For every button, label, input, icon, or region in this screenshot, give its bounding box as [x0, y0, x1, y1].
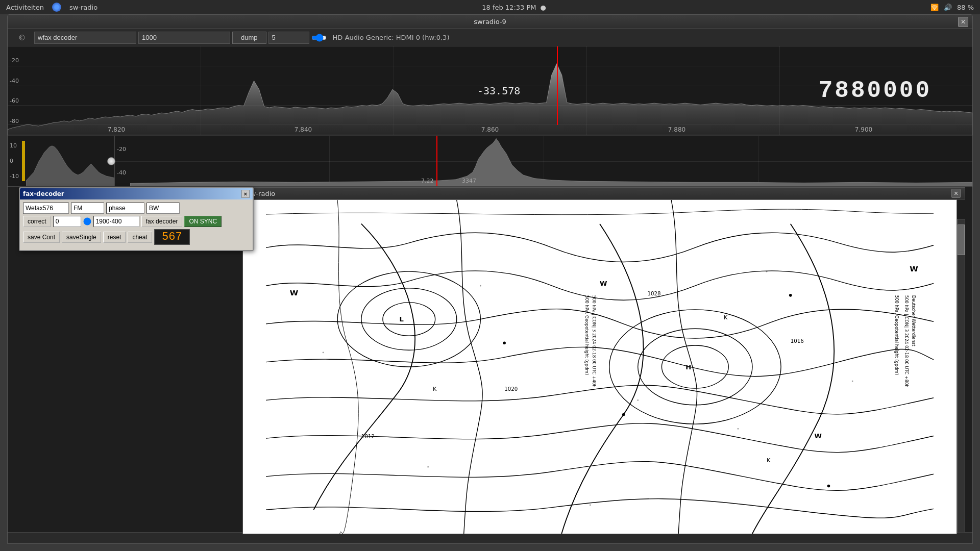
save-single-button[interactable]: saveSingle — [62, 232, 101, 243]
svg-text:W: W — [600, 280, 607, 287]
freq-label-5: 7.900 — [855, 126, 872, 133]
svg-point-29 — [480, 285, 481, 287]
fax-close-icon: ✕ — [243, 191, 248, 197]
fax-counter: 567 — [154, 229, 190, 245]
top-bar-right: 🛜 🔊 88 % — [930, 4, 974, 11]
slider-control[interactable] — [311, 34, 327, 42]
on-sync-button[interactable]: ON SYNC — [184, 216, 222, 227]
cheat-button[interactable]: cheat — [128, 232, 152, 243]
svg-text:500 hPa |ICON| 3 2024 02-18 00: 500 hPa |ICON| 3 2024 02-18 00 UTC +80h — [904, 295, 909, 388]
window-close-button[interactable]: ✕ — [958, 17, 968, 27]
fax-close-button[interactable]: ✕ — [241, 190, 250, 198]
sw-close-button[interactable]: ✕ — [951, 189, 961, 198]
svg-text:K: K — [767, 457, 771, 464]
freq-range-input[interactable] — [93, 216, 139, 227]
spectrum-lower: 10 0 -10 -20 -40 7.22 3347 — [8, 136, 972, 187]
reset-button[interactable]: reset — [103, 232, 126, 243]
lower-freq-right: 3347 — [462, 178, 476, 184]
freq-label-2: 7.840 — [295, 126, 312, 133]
value-input[interactable] — [53, 216, 81, 227]
top-bar: Activiteiten sw-radio 18 feb 12:33 PM ● … — [0, 0, 980, 14]
fax-decoder-title: fax-decoder — [23, 190, 64, 197]
lower-freq-left: 7.22 — [421, 178, 434, 184]
freq-labels: 7.820 7.840 7.860 7.880 7.900 — [8, 126, 972, 133]
svg-point-30 — [637, 399, 639, 401]
fax-decoder-body: correct fax decoder ON SYNC save Cont sa… — [20, 199, 253, 250]
svg-text:500 hPa, Geopotential height (: 500 hPa, Geopotential height (gpdm) — [584, 295, 590, 375]
svg-point-32 — [427, 466, 429, 468]
svg-text:L: L — [400, 315, 404, 323]
svg-point-33 — [590, 505, 591, 506]
value1-input[interactable] — [138, 32, 230, 44]
window-title-bar: swradio-9 ✕ — [8, 15, 972, 29]
db-lower-r-40: -40 — [117, 169, 128, 176]
scrollbar-thumb[interactable] — [958, 224, 965, 255]
svg-point-4 — [638, 329, 752, 405]
device-label: HD-Audio Generic: HDMI 0 (hw:0,3) — [329, 34, 968, 41]
db-lower-r-20: -20 — [117, 146, 128, 153]
db-lower-neg10: -10 — [10, 173, 21, 180]
red-line-lower — [436, 136, 437, 186]
svg-point-20 — [622, 413, 625, 416]
bw-input[interactable] — [146, 203, 180, 214]
fax-row-1 — [23, 203, 250, 214]
phase-input[interactable] — [106, 203, 144, 214]
value2-input[interactable] — [268, 32, 309, 44]
svg-point-2 — [383, 303, 435, 336]
fax-decoder-label-button[interactable]: fax decoder — [141, 216, 183, 227]
app-name-label[interactable]: sw-radio — [69, 4, 97, 11]
decoder-input[interactable] — [34, 32, 136, 44]
svg-point-31 — [766, 271, 768, 272]
lower-left-waveform — [26, 136, 114, 186]
wefax-input[interactable] — [23, 203, 69, 214]
dump-button[interactable]: dump — [232, 32, 266, 44]
toolbar: © dump HD-Audio Generic: HDMI 0 (hw:0,3) — [8, 29, 972, 46]
correct-button[interactable]: correct — [23, 216, 51, 227]
red-line-main — [557, 46, 558, 125]
fax-slider[interactable] — [83, 216, 91, 227]
close-icon: ✕ — [961, 18, 966, 26]
freq-label-1: 7.820 — [108, 126, 125, 133]
top-bar-center: 18 feb 12:33 PM ● — [482, 4, 546, 11]
lower-right-waveform — [130, 136, 972, 186]
svg-text:1028: 1028 — [647, 290, 660, 296]
svg-point-28 — [323, 352, 324, 354]
pan-knob[interactable] — [107, 157, 115, 165]
db-lower-10: 10 — [10, 142, 21, 149]
svg-point-19 — [503, 341, 506, 344]
svg-point-3 — [609, 310, 781, 424]
svg-text:W: W — [814, 432, 822, 440]
copyright-symbol: © — [12, 34, 32, 42]
svg-point-21 — [789, 294, 792, 297]
indicator-dot: ● — [541, 4, 546, 11]
scrollbar[interactable] — [957, 219, 965, 533]
freq-label-4: 7.880 — [668, 126, 685, 133]
weather-fax-image-area: L H 1020 1012 1028 1016 W W W W K K K 50… — [242, 199, 957, 534]
svg-point-34 — [738, 428, 739, 430]
svg-point-1 — [361, 288, 457, 350]
speaker-icon: 🔊 — [944, 4, 952, 11]
large-freq-display: 7880000 — [819, 78, 932, 104]
svg-text:W: W — [910, 264, 918, 273]
fm-input[interactable] — [71, 203, 104, 214]
weather-map-svg: L H 1020 1012 1028 1016 W W W W K K K 50… — [243, 200, 957, 534]
svg-text:K: K — [724, 314, 728, 321]
svg-point-35 — [852, 381, 853, 382]
wifi-icon: 🛜 — [930, 4, 939, 11]
top-bar-left: Activiteiten sw-radio — [6, 3, 97, 12]
svg-text:Deutscher Wetterdienst: Deutscher Wetterdienst — [911, 295, 916, 346]
datetime-label: 18 feb 12:33 PM — [482, 4, 536, 11]
svg-text:500 hPa, Geopotential height (: 500 hPa, Geopotential height (gpdm) — [894, 295, 899, 375]
fax-row-3: save Cont saveSingle reset cheat 567 — [23, 229, 250, 245]
save-cont-button[interactable]: save Cont — [23, 232, 60, 243]
svg-point-5 — [662, 345, 728, 388]
activities-label[interactable]: Activiteiten — [6, 4, 44, 11]
svg-text:1012: 1012 — [361, 433, 375, 439]
fax-row-2: correct fax decoder ON SYNC — [23, 216, 250, 227]
svg-text:1020: 1020 — [504, 386, 518, 392]
spectrum-main: -20 -40 -60 -80 -33.578 — [8, 46, 972, 136]
sw-close-icon: ✕ — [953, 190, 958, 197]
svg-text:500 hPa |ICON| 3 2024 02-18 00: 500 hPa |ICON| 3 2024 02-18 00 UTC +40h — [592, 295, 597, 388]
window-title: swradio-9 — [474, 18, 506, 26]
svg-point-0 — [337, 271, 480, 367]
